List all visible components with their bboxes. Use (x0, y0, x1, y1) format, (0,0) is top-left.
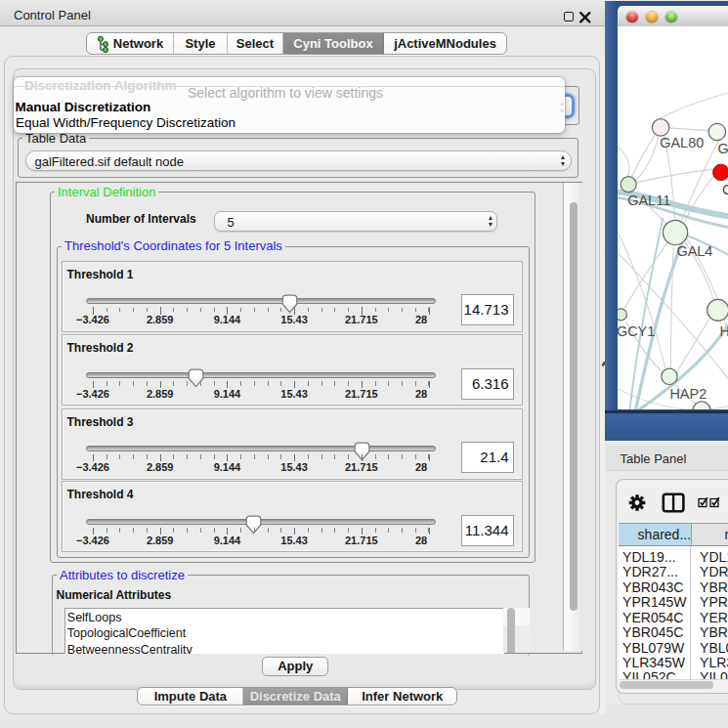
svg-text:GAL4: GAL4 (676, 243, 712, 259)
svg-text:GAL11: GAL11 (627, 193, 670, 208)
svg-text:GAL80: GAL80 (660, 135, 704, 150)
svg-text:HAP2: HAP2 (669, 386, 707, 402)
svg-text:H: H (719, 323, 728, 339)
svg-text:C.: C. (721, 182, 727, 197)
svg-text:G.: G. (717, 141, 728, 156)
svg-text:GCY1: GCY1 (618, 323, 655, 339)
